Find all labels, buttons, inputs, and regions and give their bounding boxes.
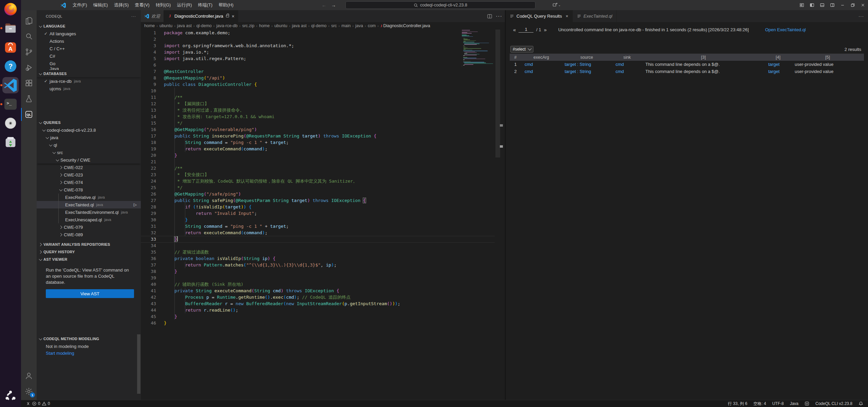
- dock-terminal-icon[interactable]: >_: [2, 96, 19, 112]
- tree-item-execrelative-ql[interactable]: ExecRelative.qljava: [37, 193, 141, 201]
- tree-item-execunescaped-ql[interactable]: ExecUnescaped.qljava: [37, 216, 141, 223]
- section-databases[interactable]: DATABASES: [37, 70, 141, 77]
- activity-testing-icon[interactable]: [21, 91, 37, 107]
- breadcrumb-item[interactable]: src: [331, 23, 337, 28]
- language-item-c-c-[interactable]: C / C++: [37, 45, 141, 52]
- status-----4[interactable]: 空格: 4: [753, 401, 766, 407]
- tree-item-ql[interactable]: ql: [37, 141, 141, 149]
- code-line-37[interactable]: 37 return Pattern.matches("^(\\d{1,3}\\.…: [141, 262, 505, 268]
- database-item-ujcms[interactable]: ujcmsjava: [37, 85, 141, 92]
- code-line-21[interactable]: 21: [141, 159, 505, 165]
- section-query-history[interactable]: QUERY HISTORY: [37, 248, 141, 256]
- result-link[interactable]: target : String: [561, 62, 612, 67]
- code-line-20[interactable]: 20 }: [141, 152, 505, 159]
- menu-r[interactable]: 运行(R): [174, 1, 195, 9]
- activity-settings-gear-icon[interactable]: 1: [21, 384, 37, 399]
- minimap[interactable]: [462, 30, 494, 70]
- code-line-31[interactable]: 31 String command = "ping -c 1 " + targe…: [141, 223, 505, 229]
- activity-search-icon[interactable]: [21, 29, 37, 44]
- code-line-25[interactable]: 25 */: [141, 184, 505, 191]
- code-line-30[interactable]: 30 }: [141, 217, 505, 223]
- result-link[interactable]: cmd: [612, 69, 642, 74]
- activity-run-debug-icon[interactable]: [21, 60, 37, 75]
- sidebar-more-icon[interactable]: ···: [131, 14, 136, 18]
- code-line-7[interactable]: 7@RestController: [141, 68, 505, 75]
- split-editor-icon[interactable]: [487, 14, 492, 19]
- breadcrumb-item[interactable]: ql-demo: [196, 23, 212, 28]
- menu-h[interactable]: 帮助(H): [215, 1, 237, 9]
- start-modeling-link[interactable]: Start modeling: [46, 351, 141, 357]
- breadcrumb-item[interactable]: ql-demo: [311, 23, 326, 28]
- status-remote-icon[interactable]: [26, 401, 31, 406]
- tree-item-codeql-codeql-cli-v2-23-8[interactable]: codeql-codeql-cli-v2.23.8: [37, 126, 141, 134]
- code-line-27[interactable]: 27 public String safePing(@RequestParam …: [141, 197, 505, 204]
- breadcrumb-item[interactable]: ubuntu: [159, 23, 172, 28]
- code-line-5[interactable]: 5import java.util.regex.Pattern;: [141, 55, 505, 62]
- activity-codeql-icon[interactable]: QL: [21, 107, 37, 122]
- code-line-23[interactable]: 23 * 【安全接口】: [141, 171, 505, 178]
- tree-item-cwe-089[interactable]: CWE-089: [37, 231, 141, 238]
- code-line-46[interactable]: 46}: [141, 320, 505, 326]
- status-warnings-icon[interactable]: 0: [42, 401, 50, 406]
- code-line-22[interactable]: 22 /**: [141, 165, 505, 171]
- tree-item-cwe-074[interactable]: CWE-074: [37, 179, 141, 186]
- status-bell-icon[interactable]: [858, 401, 863, 406]
- toggle-sidebar-icon[interactable]: [807, 0, 817, 10]
- customize-layout-icon[interactable]: [797, 0, 807, 10]
- language-item-c-[interactable]: C#: [37, 52, 141, 60]
- language-item-java[interactable]: Java: [37, 67, 141, 70]
- menu-t[interactable]: 终端(T): [195, 1, 215, 9]
- code-line-42[interactable]: 42 Process p = Runtime.getRuntime().exec…: [141, 294, 505, 300]
- code-line-9[interactable]: 9public class DiagnosticController {: [141, 81, 505, 88]
- code-line-38[interactable]: 38 }: [141, 268, 505, 275]
- tree-item-cwe-078[interactable]: CWE-078: [37, 186, 141, 193]
- code-line-15[interactable]: 15 */: [141, 120, 505, 126]
- breadcrumb-item[interactable]: com: [368, 23, 376, 28]
- code-line-17[interactable]: 17 public String insecurePing(@RequestPa…: [141, 133, 505, 139]
- tree-item-java[interactable]: java: [37, 134, 141, 141]
- code-line-45[interactable]: 45 }: [141, 313, 505, 320]
- show-apps-button[interactable]: [2, 388, 19, 404]
- close-tab-icon[interactable]: ×: [232, 14, 234, 19]
- code-line-28[interactable]: 28 if (!isValidIp(target)) {: [141, 204, 505, 210]
- page-number-input[interactable]: [518, 26, 533, 33]
- code-line-19[interactable]: 19 return executeCommand(command);: [141, 146, 505, 152]
- breadcrumb-item[interactable]: DiagnosticController.java: [383, 23, 430, 28]
- result-link[interactable]: cmd: [521, 69, 561, 74]
- code-line-18[interactable]: 18 String command = "ping -c 1 " + targe…: [141, 139, 505, 146]
- code-line-16[interactable]: 16 @GetMapping("/vulnerable/ping"): [141, 126, 505, 133]
- close-icon[interactable]: [858, 0, 868, 10]
- breadcrumb-item[interactable]: java: [355, 23, 363, 28]
- close-tab-icon[interactable]: ×: [566, 14, 568, 19]
- code-line-8[interactable]: 8@RequestMapping("/api"): [141, 75, 505, 81]
- status-utf-8[interactable]: UTF-8: [772, 401, 784, 406]
- breadcrumb-item[interactable]: src.zip: [242, 23, 254, 28]
- status-codeql-cli-v2-23-8[interactable]: CodeQL CLI v2.23.8: [815, 401, 852, 406]
- code-line-14[interactable]: 14 * 攻击示例: target=127.0.0.1 && whoami: [141, 113, 505, 120]
- toggle-panel-icon[interactable]: [817, 0, 827, 10]
- code-line-2[interactable]: 2: [141, 36, 505, 42]
- select-dropdown[interactable]: #select: [510, 46, 533, 53]
- code-line-39[interactable]: 39: [141, 275, 505, 281]
- tree-item-exectainted-ql[interactable]: ExecTainted.qljava▷: [37, 201, 141, 208]
- status-java[interactable]: Java: [790, 401, 798, 406]
- section-language[interactable]: LANGUAGE: [37, 22, 141, 30]
- result-link[interactable]: target: [765, 69, 791, 74]
- database-item-java-rce-db[interactable]: ✓java-rce-dbjava: [37, 77, 141, 85]
- breadcrumb-item[interactable]: java-rce-db: [216, 23, 238, 28]
- menu-s[interactable]: 选择(S): [111, 1, 132, 9]
- history-forward-icon[interactable]: →: [331, 2, 336, 8]
- result-link[interactable]: target: [765, 62, 791, 67]
- status---33----6[interactable]: 行 33, 列 6: [728, 401, 747, 407]
- tree-item-cwe-022[interactable]: CWE-022: [37, 164, 141, 171]
- code-line-40[interactable]: 40 // 辅助执行函数 (Sink 所在地): [141, 281, 505, 288]
- dock-help-icon[interactable]: ?: [2, 58, 19, 74]
- tree-item-src[interactable]: src: [37, 149, 141, 156]
- code-line-29[interactable]: 29 return "Invalid Input";: [141, 210, 505, 217]
- menu-f[interactable]: 文件(F): [70, 1, 90, 9]
- code-line-3[interactable]: 3import org.springframework.web.bind.ann…: [141, 42, 505, 49]
- breadcrumb-item[interactable]: home: [144, 23, 155, 28]
- results-more-icon[interactable]: ···: [858, 10, 864, 22]
- sync-layout-icon[interactable]: ⌄: [552, 2, 561, 7]
- tab-query-results[interactable]: CodeQL Query Results ×: [506, 10, 573, 22]
